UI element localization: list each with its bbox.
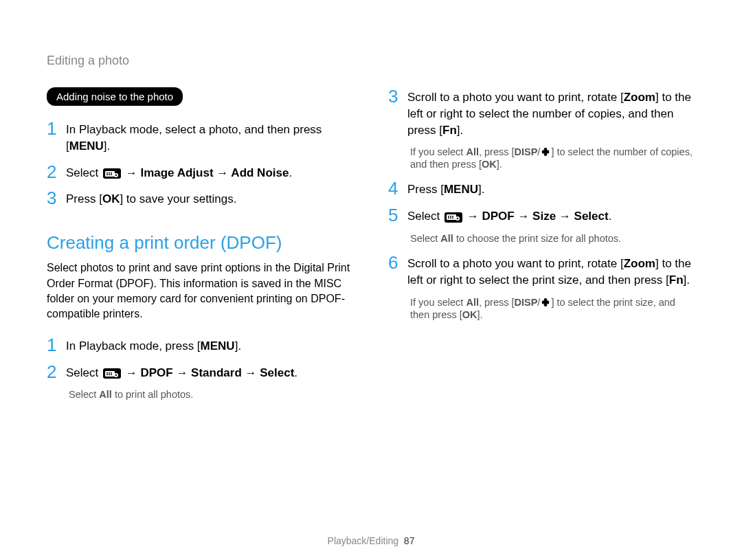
step-6: 6 Scroll to a photo you want to print, r…	[388, 254, 695, 289]
left-column: Adding noise to the photo 1 In Playback …	[47, 87, 354, 410]
step-number: 2	[47, 363, 66, 381]
note-select-all: Select All to print all photos.	[69, 389, 354, 400]
svg-point-17	[115, 374, 117, 375]
ok-key: OK	[462, 309, 477, 320]
page-number: 87	[404, 535, 415, 546]
dpof-step-6: 6 Scroll to a photo you want to print, r…	[388, 254, 695, 289]
step-3: 3 Press [OK] to save your settings.	[47, 189, 354, 208]
step-1: 1 In Playback mode, press [MENU].	[47, 336, 354, 355]
step-text: In Playback mode, select a photo, and th…	[66, 120, 354, 155]
step-text: Select → DPOF → Standard → Select.	[66, 363, 297, 381]
right-column: 3 Scroll to a photo you want to print, r…	[388, 87, 695, 410]
svg-point-26	[457, 218, 458, 219]
step-number: 1	[47, 336, 66, 354]
svg-rect-18	[447, 214, 456, 220]
note-step-6: If you select All, press [DISP/] to sele…	[410, 297, 695, 320]
step-number: 1	[47, 120, 66, 137]
step-4: 4 Press [MENU].	[388, 179, 695, 198]
note-step-3: If you select All, press [DISP/] to sele…	[410, 146, 695, 170]
svg-rect-3	[111, 172, 112, 174]
fn-key: Fn	[669, 273, 684, 287]
svg-rect-2	[109, 172, 110, 174]
menu-key: MENU	[201, 339, 235, 352]
step-number: 3	[388, 87, 407, 105]
svg-rect-22	[448, 218, 449, 219]
film-settings-icon	[103, 368, 121, 379]
step-number: 5	[388, 206, 407, 224]
macro-icon	[541, 147, 550, 159]
svg-rect-10	[106, 372, 108, 374]
svg-rect-14	[109, 374, 110, 375]
footer-section: Playback/Editing	[328, 535, 399, 546]
svg-rect-15	[111, 374, 112, 375]
svg-rect-21	[452, 216, 453, 217]
menu-key: MENU	[69, 139, 104, 153]
dpof-steps-left: 1 In Playback mode, press [MENU]. 2 Sele…	[47, 336, 354, 381]
svg-rect-4	[106, 174, 108, 175]
breadcrumb: Editing a photo	[47, 54, 695, 68]
svg-rect-5	[109, 174, 110, 175]
dpof-step-4: 4 Press [MENU]. 5 Select → DPOF → Size →…	[388, 179, 695, 225]
svg-rect-20	[450, 216, 451, 217]
ok-key: OK	[482, 159, 497, 170]
svg-rect-19	[448, 216, 449, 217]
film-settings-icon	[103, 168, 121, 179]
note-step-5: Select All to choose the print size for …	[410, 233, 695, 244]
macro-icon	[541, 298, 550, 309]
page-footer: Playback/Editing 87	[0, 535, 742, 546]
disp-key: DISP	[515, 146, 538, 157]
svg-rect-12	[111, 372, 112, 374]
step-2: 2 Select → DPOF → Standard → Select.	[47, 363, 354, 381]
svg-rect-23	[450, 218, 451, 219]
step-text: Scroll to a photo you want to print, rot…	[407, 87, 695, 138]
step-text: Scroll to a photo you want to print, rot…	[407, 254, 695, 289]
step-text: Select → DPOF → Size → Select.	[407, 206, 611, 225]
step-text: Press [MENU].	[407, 179, 484, 198]
svg-rect-6	[111, 174, 112, 175]
zoom-key: Zoom	[624, 257, 655, 270]
noise-steps: 1 In Playback mode, select a photo, and …	[47, 120, 354, 208]
section-lead: Select photos to print and save print op…	[47, 260, 354, 322]
step-number: 2	[47, 163, 66, 181]
step-1: 1 In Playback mode, select a photo, and …	[47, 120, 354, 155]
columns: Adding noise to the photo 1 In Playback …	[47, 87, 695, 410]
svg-rect-13	[106, 374, 108, 375]
svg-rect-0	[105, 171, 115, 177]
step-text: In Playback mode, press [MENU].	[66, 336, 241, 355]
step-number: 6	[388, 254, 407, 271]
step-text: Press [OK] to save your settings.	[66, 189, 237, 208]
step-number: 3	[47, 189, 66, 207]
menu-key: MENU	[444, 183, 478, 196]
svg-rect-11	[109, 372, 110, 374]
step-5: 5 Select → DPOF → Size → Select.	[388, 206, 695, 225]
svg-rect-1	[106, 172, 108, 174]
ok-key: OK	[102, 192, 120, 205]
zoom-key: Zoom	[624, 91, 655, 104]
step-3: 3 Scroll to a photo you want to print, r…	[388, 87, 695, 138]
fn-key: Fn	[442, 124, 457, 137]
step-text: Select → Image Adjust → Add Noise.	[66, 163, 292, 181]
film-settings-icon	[445, 212, 462, 223]
disp-key: DISP	[515, 297, 538, 308]
section-title: Creating a print order (DPOF)	[47, 232, 354, 254]
subsection-pill: Adding noise to the photo	[47, 87, 183, 106]
svg-rect-24	[452, 218, 453, 219]
step-2: 2 Select → Image Adjust → Add Noise.	[47, 163, 354, 181]
svg-point-8	[115, 174, 117, 175]
dpof-steps-right: 3 Scroll to a photo you want to print, r…	[388, 87, 695, 138]
step-number: 4	[388, 179, 407, 197]
page: Editing a photo Adding noise to the phot…	[0, 0, 742, 410]
svg-rect-9	[105, 371, 115, 377]
